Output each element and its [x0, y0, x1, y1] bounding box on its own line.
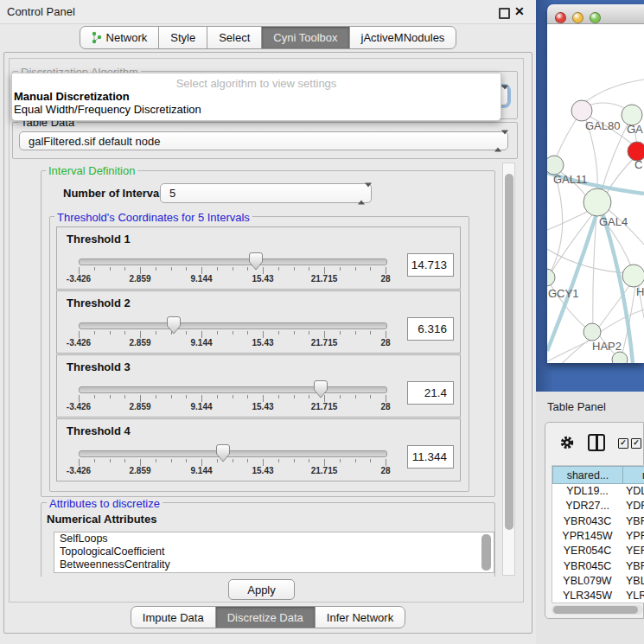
slider-tick — [140, 331, 141, 338]
scrollbar-thumb[interactable] — [505, 174, 513, 530]
close-icon[interactable]: ✕ — [514, 4, 525, 18]
table-row[interactable]: YPR145WYPR1 — [552, 530, 644, 545]
slider-tick — [355, 267, 356, 271]
slider-tick — [370, 395, 371, 399]
slider-tick — [233, 459, 233, 462]
slider-tick — [140, 395, 141, 402]
close-traffic-light-icon[interactable] — [555, 12, 566, 23]
tab-jactivemnodules[interactable]: jActiveMNodules — [349, 26, 457, 49]
cell-name: YBR0 — [626, 515, 644, 527]
slider-tick — [156, 267, 156, 271]
scrollbar-thumb[interactable] — [553, 606, 638, 614]
edge[interactable] — [547, 337, 597, 361]
slider-tick — [309, 459, 309, 462]
control-panel-title: Control Panel — [7, 5, 75, 18]
node-h-node[interactable] — [622, 265, 644, 287]
number-of-intervals-select[interactable]: 5 — [160, 183, 372, 203]
gear-icon[interactable] — [559, 435, 575, 450]
edge[interactable] — [549, 171, 563, 275]
cell-name: YBR0 — [626, 560, 644, 572]
apply-button[interactable]: Apply — [228, 579, 295, 600]
tab-discretize-data[interactable]: Discretize Data — [215, 606, 316, 628]
edge[interactable] — [593, 214, 596, 326]
node-label-gal80: GAL80 — [585, 119, 620, 132]
table-row[interactable]: YDL19...YDL1 — [552, 485, 644, 500]
slider-track[interactable] — [79, 322, 387, 329]
threshold-label: Threshold 2 — [67, 296, 131, 309]
slider-tick — [201, 459, 202, 466]
tab-network[interactable]: Network — [80, 26, 160, 49]
table-row[interactable]: YBR045CYBR0 — [552, 560, 644, 575]
threshold-value-field[interactable]: 11.344 — [407, 445, 454, 469]
column-header-shared-name[interactable]: shared... — [552, 466, 623, 484]
slider-tick — [79, 395, 80, 402]
table-row[interactable]: YBL079WYBL0 — [552, 575, 644, 590]
slider-tick — [278, 459, 279, 462]
panel-scrollbar[interactable] — [502, 163, 515, 576]
table-row[interactable]: YBR043CYBR0 — [552, 515, 644, 530]
minimize-traffic-light-icon[interactable] — [572, 12, 583, 23]
table-row[interactable]: YDR27...YDR2 — [552, 500, 644, 514]
node-label-hap2: HAP2 — [592, 340, 622, 353]
edge[interactable] — [583, 80, 644, 104]
column-header-name[interactable]: na — [622, 466, 644, 484]
tab-style[interactable]: Style — [158, 26, 207, 49]
node-gcy1[interactable] — [547, 269, 555, 286]
split-view-icon[interactable] — [588, 434, 605, 451]
right-region: GAL80GACGAL11GAL4GCY1HHAP2 Table Panel ✓… — [536, 0, 644, 644]
table-data-selected-value: galFiltered.sif default node — [29, 135, 160, 148]
threshold-value-field[interactable]: 6.316 — [407, 317, 454, 341]
table-row[interactable]: YLR345WYLR3 — [552, 590, 644, 603]
slider-handle[interactable] — [314, 380, 328, 399]
checkbox-icon[interactable]: ✓ — [618, 438, 628, 449]
node-gal4[interactable] — [583, 188, 611, 216]
attribute-item-topologicalcoefficient[interactable]: TopologicalCoefficient — [54, 545, 494, 558]
slider-tick-label: 2.859 — [129, 274, 150, 284]
slider-tick — [324, 331, 325, 338]
threshold-value-field[interactable]: 21.4 — [407, 381, 454, 405]
node-gal11[interactable] — [547, 156, 564, 175]
network-window-titlebar[interactable] — [547, 4, 644, 24]
edge[interactable] — [547, 210, 590, 230]
list-scrollbar[interactable] — [481, 534, 491, 571]
tab-select[interactable]: Select — [207, 26, 262, 49]
threshold-value-field[interactable]: 14.713 — [407, 253, 454, 277]
tab-label: Style — [170, 31, 195, 44]
table-data-select[interactable]: galFiltered.sif default node — [19, 131, 508, 150]
tab-cyni-toolbox[interactable]: Cyni Toolbox — [261, 26, 349, 49]
node-gal80[interactable] — [571, 100, 592, 121]
network-canvas[interactable]: GAL80GACGAL11GAL4GCY1HHAP2 — [547, 24, 644, 363]
attribute-item-betweennesscentrality[interactable]: BetweennessCentrality — [54, 558, 494, 571]
slider-tick-label: -3.426 — [67, 274, 91, 284]
slider-tick — [355, 395, 356, 399]
slider-handle[interactable] — [167, 316, 181, 335]
slider-track[interactable] — [79, 450, 387, 457]
numerical-attributes-list[interactable]: SelfLoopsTopologicalCoefficientBetweenne… — [54, 532, 494, 573]
dropdown-option-manual-discretization[interactable]: Manual Discretization — [14, 90, 130, 103]
node-label-gal4: GAL4 — [599, 215, 628, 228]
attribute-item-selfloops[interactable]: SelfLoops — [54, 532, 494, 545]
tab-infer-network[interactable]: Infer Network — [315, 606, 405, 628]
slider-tick-label: 15.43 — [252, 274, 273, 284]
slider-tick — [233, 395, 233, 399]
slider-handle[interactable] — [216, 444, 230, 462]
slider-tick-label: 21.715 — [311, 402, 338, 411]
slider-tick — [233, 331, 233, 335]
node-node-b[interactable] — [612, 352, 628, 363]
node-hap2[interactable] — [583, 323, 601, 341]
table-row[interactable]: YER054CYER0 — [552, 545, 644, 559]
dropdown-option-equal-width-frequency-discretization[interactable]: Equal Width/Frequency Discretization — [14, 103, 201, 116]
bottom-tab-bar: Impute DataDiscretize DataInfer Network — [0, 606, 536, 628]
control-panel-titlebar: Control Panel — [0, 0, 536, 24]
slider-handle[interactable] — [249, 252, 263, 271]
tab-impute-data[interactable]: Impute Data — [131, 606, 216, 628]
horizontal-scrollbar[interactable] — [552, 605, 643, 615]
slider-tick — [309, 267, 309, 271]
zoom-traffic-light-icon[interactable] — [590, 12, 601, 23]
slider-track[interactable] — [79, 386, 387, 393]
node-label-red-node: C — [634, 158, 642, 171]
float-window-icon[interactable] — [499, 8, 510, 19]
slider-track[interactable] — [79, 258, 387, 265]
checkbox-icon[interactable]: ✓ — [631, 438, 641, 449]
slider-tick — [79, 331, 80, 338]
